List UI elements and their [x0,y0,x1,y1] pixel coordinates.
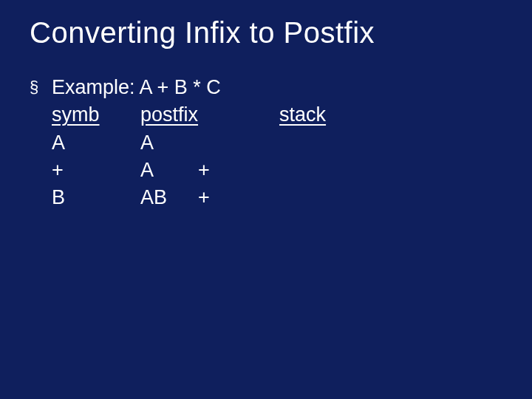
cell-postfix-a: AB [140,184,198,211]
table-row: B AB + [52,184,405,211]
cell-symb: + [52,157,140,184]
header-postfix: postfix [140,101,198,129]
header-postfix-spacer [198,101,279,129]
cell-stack [279,129,405,157]
cell-postfix-b: + [198,184,279,211]
header-symb: symb [52,101,140,129]
cell-symb: B [52,184,140,211]
table-row: A A [52,129,405,157]
slide-body: § Example: A + B * C symb postfix stack … [30,74,405,211]
table-header-row: symb postfix stack [52,101,405,129]
table-row: + A + [52,157,405,184]
bullet-item: § Example: A + B * C [30,74,405,101]
cell-postfix-a: A [140,157,198,184]
cell-stack [279,157,405,184]
slide: Converting Infix to Postfix § Example: A… [0,0,532,399]
conversion-table: symb postfix stack A A + A + [52,101,405,211]
bullet-marker-icon: § [30,74,52,100]
slide-title: Converting Infix to Postfix [30,16,375,50]
example-text: Example: A + B * C [52,74,221,101]
cell-symb: A [52,129,140,157]
cell-postfix-b [198,129,279,157]
cell-stack [279,184,405,211]
cell-postfix-b: + [198,157,279,184]
cell-postfix-a: A [140,129,198,157]
header-stack: stack [279,101,405,129]
